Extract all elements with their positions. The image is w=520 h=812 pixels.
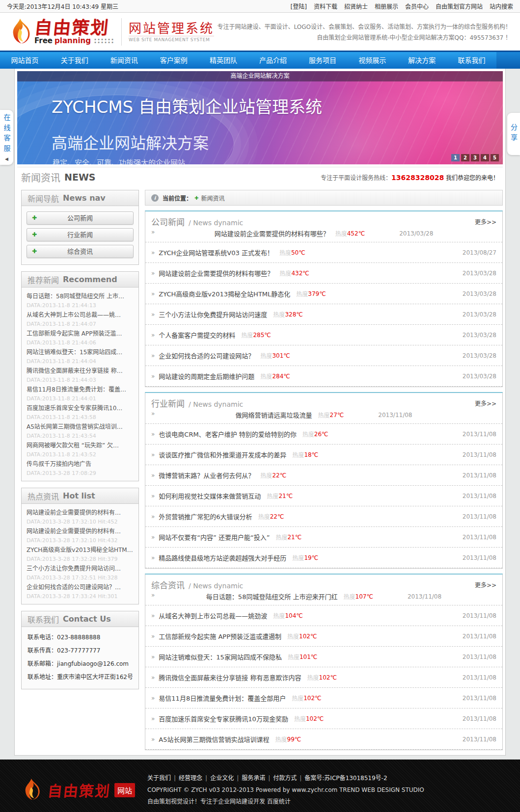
plus-icon: ✚ xyxy=(32,212,37,224)
double-arrow-icon: » xyxy=(151,472,155,479)
news-row-title[interactable]: 易信11月8日推流量免费计划：覆盖全部用户 xyxy=(159,693,286,703)
news-row-title[interactable]: 外贸营销推广常犯的6大错误分析 xyxy=(159,512,252,521)
news-meta: DATA:2013-11-8 21:44:07 xyxy=(27,320,134,329)
news-row-title[interactable]: ZYCH企业网站管理系统V03 正式发布！ xyxy=(159,248,274,257)
site-logo[interactable]: 自由策划 Freeplanning:::::: 网站管理系统 WEB SITE … xyxy=(9,18,214,46)
footer-link[interactable]: 关于我们 xyxy=(147,775,171,782)
nav-item[interactable]: 客户案例 xyxy=(149,52,198,69)
news-meta: DATA:2013-3-28 17:08:29 xyxy=(27,469,134,478)
nav-item[interactable]: 精英团队 xyxy=(198,52,248,69)
news-row-title[interactable]: 网站建设的周期定金后期维护问题 xyxy=(159,371,254,381)
plus-icon: ✚ xyxy=(194,195,198,201)
news-row-title[interactable]: 每日话题：58同城登陆纽交所 上市迎来开门红 xyxy=(206,592,338,601)
news-title[interactable]: ZYCH高级商业版v2013揭秘全站HTM… xyxy=(27,545,134,555)
news-row-title[interactable]: 网站建设前企业需要提供的材料有哪些？ xyxy=(159,268,274,278)
news-row-title[interactable]: A5站长网第三期微信营销实战培训课程 xyxy=(159,734,269,744)
news-row-title[interactable]: 网站不仅要有“内容” 还要用户能“投入” xyxy=(159,532,270,542)
news-row-title[interactable]: 精品路线使县级地方站逆袭超越强大对手经历 xyxy=(159,553,286,562)
news-date: 2013/11/08 xyxy=(463,493,496,499)
footer-link[interactable]: 经营理念 xyxy=(179,775,202,782)
news-meta: DATA:2013-11-8 21:44:04 xyxy=(27,357,134,366)
heat-label: 热度 xyxy=(292,553,304,562)
nav-item[interactable]: 网站首页 xyxy=(0,52,50,69)
news-title[interactable]: 企业如何找合适的公司建设网站？… xyxy=(27,582,134,592)
news-row-title[interactable]: 谈谈医疗推广微信和外推渠道开发成本的差异 xyxy=(159,450,286,459)
news-title[interactable]: 从域名大神到上市公司总裁——姚… xyxy=(27,310,134,320)
sidebar-hot-list: 热点资讯 Hot list 网站建设前企业需要提供的材料有…DATA:2013-… xyxy=(21,488,139,604)
news-row-title[interactable]: 企业如何找合适的公司建设网站？ xyxy=(159,351,254,360)
news-title[interactable]: 百度加速乐首席安全专家获腾讯10… xyxy=(27,403,134,413)
contact-title-en: Contact Us xyxy=(63,614,111,624)
topbar-link[interactable]: 相册展示 xyxy=(375,3,398,10)
news-title[interactable]: 工信部新规今起实施 APP预装泛滥… xyxy=(27,329,134,339)
nav-item[interactable]: 新闻资讯 xyxy=(99,52,149,69)
topbar-link[interactable]: 自由策划官方网站 xyxy=(436,3,483,10)
recommend-item: 传鸟叔千万接拍内地广告DATA:2013-3-28 17:08:29 xyxy=(27,459,134,478)
news-date: 2013/03/28 xyxy=(463,352,496,359)
online-service-tab[interactable]: 在线客服 ◀ xyxy=(0,110,13,165)
block-title: 综合资讯 xyxy=(151,578,185,591)
more-link[interactable]: 更多>> xyxy=(475,217,496,226)
more-link[interactable]: 更多>> xyxy=(475,399,496,407)
news-title[interactable]: 腾讯微信全面屏蔽来往分享链接 称… xyxy=(27,366,134,376)
news-row: »百度加速乐首席安全专家获腾讯10万现金奖励热度102℃2013/11/08 xyxy=(145,708,502,729)
news-row-title[interactable]: 百度加速乐首席安全专家获腾讯10万现金奖励 xyxy=(159,714,288,723)
news-row-title[interactable]: 做网络营销请远离垃圾流量 xyxy=(236,410,312,419)
news-row-title[interactable]: 从域名大神到上市公司总裁——姚劲波 xyxy=(159,611,267,620)
banner-page[interactable]: 1 xyxy=(451,154,460,161)
sidebar-nav-button[interactable]: ✚公司新闻 xyxy=(27,211,134,225)
news-row-title[interactable]: 网站建设前企业需要提供的材料有哪些？ xyxy=(215,229,329,238)
footer-link[interactable]: 服务承诺 xyxy=(242,775,265,782)
breadcrumb-current[interactable]: 新闻资讯 xyxy=(201,194,224,202)
news-row-title[interactable]: ZYCH高级商业版v2013揭秘全站HTML静态化 xyxy=(159,289,290,298)
nav-item[interactable]: 服务项目 xyxy=(298,52,348,69)
banner-page[interactable]: 2 xyxy=(461,154,469,161)
heat-value: 21℃ xyxy=(278,493,293,499)
news-row-title[interactable]: 腾讯微信全面屏蔽来往分享链接 称有恶意欺诈内容 xyxy=(159,673,301,682)
news-row-title[interactable]: 三个小方法让你免费提升网站访问速度 xyxy=(159,310,267,319)
content-wrapper: 高端企业网站解决方案 ZYCHCMS 自由策划企业站管理系统 高端企业网站解决方… xyxy=(14,69,506,756)
news-row-title[interactable]: 网站注销难似登天：15家网站四成不保隐私 xyxy=(159,652,282,661)
news-row-title[interactable]: 也谈电商CRM、老客户维护 特别的爱给特别的你 xyxy=(159,429,296,439)
contact-line: 联系地址：重庆市渝中区大坪正街162号 xyxy=(27,671,133,684)
news-row-title[interactable]: 工信部新规今起实施 APP预装泛滥或遭遏制 xyxy=(159,631,281,641)
news-title[interactable]: 网商网被曝欠款欠租 “玩失踪” 欠… xyxy=(27,441,134,450)
topbar-link[interactable]: 招贤纳士 xyxy=(344,3,368,10)
banner-page[interactable]: 5 xyxy=(491,154,499,161)
topbar-link[interactable]: 会员中心 xyxy=(405,3,429,10)
banner-page[interactable]: 3 xyxy=(471,154,479,161)
heat-label: 热度 xyxy=(287,632,299,640)
hot-title-en: Hot list xyxy=(63,491,95,500)
nav-item[interactable]: 关于我们 xyxy=(50,52,99,69)
sidebar-nav-label: 综合资讯 xyxy=(67,248,93,255)
topbar-link[interactable]: 站内搜索 xyxy=(490,3,513,10)
news-title[interactable]: 易信11月8日推流量免费计划：覆盖… xyxy=(27,385,134,394)
more-link[interactable]: 更多>> xyxy=(475,580,496,589)
heat-value: 27℃ xyxy=(330,412,344,419)
topbar-link[interactable]: 资料下载 xyxy=(314,3,337,10)
news-title[interactable]: A5站长网第三期微信营销实战培训… xyxy=(27,422,134,432)
sidebar-nav-button[interactable]: ✚综合资讯 xyxy=(27,245,134,258)
share-tab[interactable]: 分享 xyxy=(507,113,520,155)
sidebar-nav-button[interactable]: ✚行业新闻 xyxy=(27,228,134,241)
news-title[interactable]: 网站注销难似登天：15家网站四成… xyxy=(27,347,134,357)
news-title[interactable]: 三个小方法让你免费提升网站访问… xyxy=(27,564,134,574)
news-row: »网站建设前企业需要提供的材料有哪些？热度452℃2013/03/28 xyxy=(145,228,502,242)
news-title[interactable]: 每日话题：58同城登陆纽交所 上市… xyxy=(27,291,134,301)
nav-item[interactable]: 联系我们 xyxy=(447,52,496,69)
footer-link[interactable]: 企业文化 xyxy=(210,775,234,782)
news-row-title[interactable]: 微博营销末路？从业者何去何从？ xyxy=(159,471,254,480)
news-title[interactable]: 网站建设前企业需要提供的材料有… xyxy=(27,508,134,518)
news-row-title[interactable]: 个人备案客户需提交的材料 xyxy=(159,330,235,340)
news-row-title[interactable]: 如何利用视觉社交媒体来做营销互动 xyxy=(159,491,261,500)
double-arrow-icon: » xyxy=(151,229,155,236)
news-title[interactable]: 网站建设前企业需要提供的材料有… xyxy=(27,526,134,536)
heat-value: 102℃ xyxy=(319,674,337,681)
nav-item[interactable]: 解决方案 xyxy=(397,52,447,69)
topbar-link[interactable]: [登陆] xyxy=(291,3,307,10)
nav-item[interactable]: 产品介绍 xyxy=(248,52,298,69)
banner-page[interactable]: 4 xyxy=(481,154,489,161)
nav-item[interactable]: 视频展示 xyxy=(348,52,397,69)
footer-link[interactable]: 付款方式 xyxy=(273,775,297,782)
news-title[interactable]: 传鸟叔千万接拍内地广告 xyxy=(27,459,134,469)
